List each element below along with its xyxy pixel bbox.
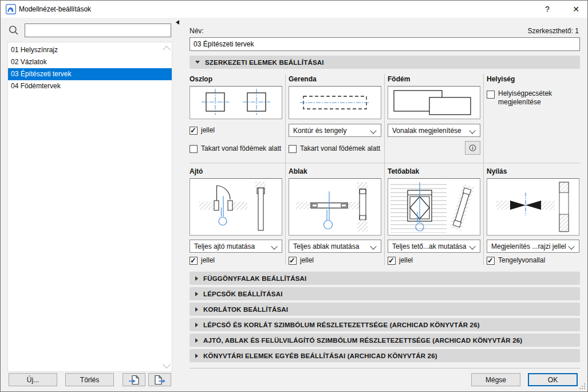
editable-info: Szerkeszthető: 1 bbox=[528, 27, 579, 35]
divider bbox=[190, 163, 580, 163]
checkbox-unchecked[interactable] bbox=[289, 145, 297, 153]
panel-title-window: Ablak bbox=[289, 167, 307, 175]
section-curtain-walls[interactable]: FÜGGÖNYFALAK BEÁLLÍTÁSAI bbox=[190, 272, 580, 285]
window-symbolic-checkbox-row: jellel bbox=[289, 256, 314, 265]
footer-divider bbox=[190, 368, 580, 369]
zone-stamp-checkbox-row: Helyiségpecsétek megjelenítése bbox=[487, 89, 575, 107]
new-button[interactable]: Új... bbox=[9, 373, 57, 386]
export-icon bbox=[153, 375, 166, 385]
archicad-logo-icon bbox=[6, 4, 16, 14]
combination-list: 01 Helyszínrajz 02 Vázlatok 03 Építészet… bbox=[7, 42, 172, 372]
chevron-down-icon bbox=[370, 243, 376, 249]
slab-display-dropdown[interactable]: Vonalak megjelenítése bbox=[388, 124, 480, 137]
model-view-options-dialog: Modellnézet-beállítások ? ✕ 01 Helyszínr… bbox=[0, 0, 588, 392]
chevron-down-icon bbox=[469, 127, 475, 134]
triangle-right-icon bbox=[195, 338, 198, 343]
chevron-down-icon bbox=[568, 243, 574, 249]
triangle-right-icon bbox=[195, 292, 198, 296]
door-preview bbox=[190, 178, 282, 236]
checkbox-checked[interactable] bbox=[289, 257, 297, 265]
panel-title-skylight: Tetőablak bbox=[388, 167, 419, 175]
opening-axis-checkbox-row: Tengelyvonallal bbox=[487, 256, 545, 265]
triangle-down-icon bbox=[195, 61, 200, 64]
column-hidden-line-checkbox-row: Takart vonal födémek alatt bbox=[190, 144, 281, 153]
door-symbolic-checkbox-row: jellel bbox=[190, 256, 215, 265]
door-display-dropdown[interactable]: Teljes ajtó mutatása bbox=[190, 240, 282, 253]
divider bbox=[285, 74, 286, 265]
slab-info-button[interactable] bbox=[465, 141, 480, 155]
chevron-down-icon bbox=[469, 243, 475, 249]
skylight-preview bbox=[388, 178, 480, 236]
cancel-button[interactable]: Mégse bbox=[471, 373, 520, 386]
section-library-misc[interactable]: KÖNYVTÁRI ELEMEK EGYÉB BEÁLLÍTÁSAI (ARCH… bbox=[190, 349, 580, 362]
search-input[interactable] bbox=[25, 23, 171, 37]
opening-preview bbox=[487, 178, 579, 236]
panel-title-opening: Nyílás bbox=[487, 167, 507, 175]
close-button[interactable]: ✕ bbox=[565, 1, 587, 18]
import-button[interactable] bbox=[123, 373, 145, 386]
panel-title-door: Ajtó bbox=[190, 167, 203, 175]
checkbox-checked[interactable] bbox=[388, 257, 396, 265]
skylight-symbol-icon bbox=[388, 179, 480, 235]
skylight-symbolic-checkbox-row: jellel bbox=[388, 256, 413, 265]
window-title: Modellnézet-beállítások bbox=[19, 5, 91, 13]
beam-display-dropdown[interactable]: Kontúr és tengely bbox=[289, 124, 381, 137]
section-door-window-skylight-detail[interactable]: AJTÓ, ABLAK ÉS FELÜLVILÁGÍTÓ SZIMBÓLUM R… bbox=[190, 334, 580, 347]
checkbox-unchecked[interactable] bbox=[190, 145, 198, 153]
title-bar: Modellnézet-beállítások ? ✕ bbox=[1, 1, 587, 18]
info-icon bbox=[469, 143, 476, 153]
collapse-panel-handle[interactable] bbox=[176, 20, 179, 25]
skylight-display-dropdown[interactable]: Teljes tető...ak mutatása bbox=[388, 240, 480, 253]
section-railings[interactable]: KORLÁTOK BEÁLLÍTÁSAI bbox=[190, 303, 580, 316]
window-symbol-icon bbox=[289, 179, 381, 235]
divider bbox=[384, 74, 385, 265]
checkbox-checked[interactable] bbox=[190, 127, 198, 135]
column-symbol-icon bbox=[190, 87, 282, 119]
panel-title-column: Oszlop bbox=[190, 75, 212, 83]
name-input[interactable] bbox=[190, 37, 580, 51]
door-symbol-icon bbox=[190, 179, 282, 235]
resize-grip[interactable] bbox=[578, 382, 586, 390]
triangle-right-icon bbox=[195, 307, 198, 312]
panel-title-slab: Födém bbox=[388, 75, 410, 83]
search-icon bbox=[8, 25, 19, 36]
ok-button[interactable]: OK bbox=[528, 373, 578, 386]
delete-button[interactable]: Törlés bbox=[65, 373, 114, 386]
column-symbolic-checkbox-row: jellel bbox=[190, 126, 215, 135]
checkbox-unchecked[interactable] bbox=[487, 91, 495, 99]
triangle-right-icon bbox=[195, 354, 198, 358]
section-stair-railing-symbol-detail[interactable]: LÉPCSŐ ÉS KORLÁT SZIMBÓLUM RÉSZLETEZETTS… bbox=[190, 318, 580, 331]
import-icon bbox=[128, 375, 140, 385]
list-item[interactable]: 02 Vázlatok bbox=[8, 56, 172, 68]
name-label: Név: bbox=[190, 27, 204, 35]
beam-preview bbox=[289, 86, 381, 119]
checkbox-checked[interactable] bbox=[487, 257, 495, 265]
checkbox-checked[interactable] bbox=[190, 257, 198, 265]
triangle-right-icon bbox=[195, 323, 198, 327]
opening-symbol-icon bbox=[487, 179, 579, 235]
window-preview bbox=[289, 178, 381, 236]
divider bbox=[483, 74, 484, 265]
chevron-down-icon bbox=[370, 127, 376, 134]
window-display-dropdown[interactable]: Teljes ablak mutatása bbox=[289, 240, 381, 253]
section-stairs[interactable]: LÉPCSŐK BEÁLLÍTÁSAI bbox=[190, 287, 580, 300]
column-preview bbox=[190, 86, 282, 119]
chevron-down-icon bbox=[271, 243, 277, 249]
slab-symbol-icon bbox=[388, 87, 480, 119]
list-item[interactable]: 04 Födémtervek bbox=[8, 80, 172, 92]
list-item[interactable]: 01 Helyszínrajz bbox=[8, 44, 172, 56]
panel-title-zone: Helyiség bbox=[487, 75, 515, 83]
export-button[interactable] bbox=[148, 373, 171, 386]
panel-title-beam: Gerenda bbox=[289, 75, 317, 83]
slab-preview bbox=[388, 86, 480, 119]
section-structural-elements[interactable]: SZERKEZETI ELEMEK BEÁLLÍTÁSAI bbox=[190, 56, 580, 69]
list-item-selected[interactable]: 03 Építészeti tervek bbox=[8, 68, 172, 80]
beam-hidden-line-checkbox-row: Takart vonal födémek alatt bbox=[289, 144, 380, 153]
beam-symbol-icon bbox=[289, 87, 381, 119]
opening-display-dropdown[interactable]: Megjelenítés ...rajzi jellel bbox=[487, 240, 579, 253]
help-button[interactable]: ? bbox=[536, 1, 559, 18]
triangle-right-icon bbox=[195, 276, 198, 281]
